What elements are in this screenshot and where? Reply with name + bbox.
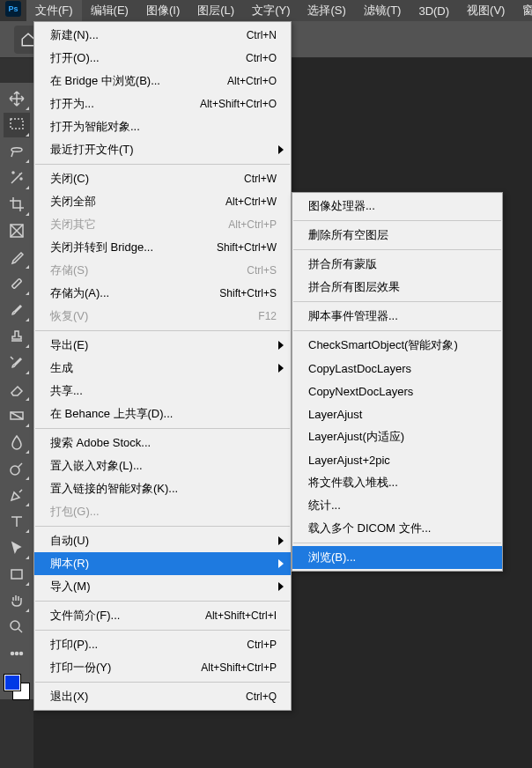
- file_menu-item[interactable]: 脚本(R): [34, 552, 291, 575]
- tool-type[interactable]: [4, 509, 30, 534]
- menu-filter[interactable]: 滤镜(T): [355, 0, 410, 21]
- tool-pen[interactable]: [4, 483, 30, 507]
- tool-hand[interactable]: [4, 588, 30, 613]
- tool-path-select[interactable]: [4, 535, 30, 560]
- scripts_menu-item-label: 脚本事件管理器...: [308, 308, 488, 324]
- scripts_menu-item[interactable]: LayerAjust(内适应): [292, 425, 502, 448]
- file_menu-item-shortcut: Ctrl+W: [244, 173, 277, 185]
- menu-image[interactable]: 图像(I): [137, 0, 188, 21]
- tool-zoom[interactable]: [4, 615, 30, 639]
- file_menu-item[interactable]: 导入(M): [34, 575, 291, 598]
- svg-point-10: [16, 653, 18, 655]
- file_menu-item-label: 打印一份(Y): [50, 660, 201, 676]
- color-swatch[interactable]: [4, 675, 29, 699]
- tool-gradient[interactable]: [4, 403, 30, 428]
- file_menu-item[interactable]: 打开(O)...Ctrl+O: [34, 47, 291, 70]
- scripts_menu-item-label: LayerAjust+2pic: [308, 454, 488, 467]
- file_menu-item[interactable]: 关闭全部Alt+Ctrl+W: [34, 190, 291, 213]
- scripts_menu-item[interactable]: CopyNextDocLayers: [292, 380, 502, 402]
- file_menu-item-shortcut: F12: [258, 310, 277, 322]
- scripts_menu-item[interactable]: 载入多个 DICOM 文件...: [292, 517, 502, 540]
- menu-edit[interactable]: 编辑(E): [82, 0, 137, 21]
- scripts_menu-item[interactable]: CopyLastDocLayers: [292, 357, 502, 380]
- scripts_menu-item[interactable]: 统计...: [292, 494, 502, 517]
- scripts_menu-item-label: 图像处理器...: [308, 198, 488, 214]
- file_menu-item[interactable]: 打开为...Alt+Shift+Ctrl+O: [34, 92, 291, 115]
- tool-brush[interactable]: [4, 298, 30, 322]
- scripts_menu-item[interactable]: 拼合所有蒙版: [292, 253, 502, 276]
- file_menu-item-label: 最近打开文件(T): [50, 142, 277, 158]
- menu-select[interactable]: 选择(S): [299, 0, 354, 21]
- tool-crop[interactable]: [4, 192, 30, 217]
- tool-lasso[interactable]: [4, 139, 30, 164]
- scripts_menu-separator: [293, 330, 501, 331]
- submenu-arrow-icon: [278, 582, 284, 591]
- foreground-color[interactable]: [4, 675, 20, 690]
- file_menu-item[interactable]: 文件简介(F)...Alt+Shift+Ctrl+I: [34, 604, 291, 627]
- file_menu-item[interactable]: 导出(E): [34, 334, 291, 357]
- file_menu-item[interactable]: 打印一份(Y)Alt+Shift+Ctrl+P: [34, 656, 291, 679]
- tool-magic-wand[interactable]: [4, 166, 30, 190]
- tool-history-brush[interactable]: [4, 351, 30, 375]
- file_menu-item[interactable]: 在 Bridge 中浏览(B)...Alt+Ctrl+O: [34, 70, 291, 92]
- file_menu-item[interactable]: 退出(X)Ctrl+Q: [34, 685, 291, 708]
- tool-rectangle[interactable]: [4, 562, 30, 587]
- menu-view[interactable]: 视图(V): [458, 0, 514, 21]
- file_menu-item[interactable]: 关闭并转到 Bridge...Shift+Ctrl+W: [34, 236, 291, 259]
- file_menu-item-shortcut: Shift+Ctrl+W: [217, 241, 277, 254]
- file_menu-item[interactable]: 打印(P)...Ctrl+P: [34, 633, 291, 656]
- tool-frame[interactable]: [4, 218, 30, 243]
- submenu-arrow-icon: [278, 536, 284, 545]
- scripts_menu-item-label: CopyNextDocLayers: [308, 385, 488, 398]
- file_menu-item[interactable]: 打开为智能对象...: [34, 115, 291, 138]
- scripts_menu-item[interactable]: 图像处理器...: [292, 195, 502, 218]
- file_menu-item[interactable]: 新建(N)...Ctrl+N: [34, 24, 291, 47]
- file_menu-item[interactable]: 共享...: [34, 380, 291, 402]
- file_menu-item-label: 置入链接的智能对象(K)...: [50, 481, 277, 497]
- svg-point-2: [20, 178, 22, 180]
- file_menu-item-label: 在 Behance 上共享(D)...: [50, 406, 277, 422]
- tool-eraser[interactable]: [4, 377, 30, 402]
- menu-file[interactable]: 文件(F): [26, 0, 82, 21]
- file_menu-item[interactable]: 关闭(C)Ctrl+W: [34, 167, 291, 190]
- tool-blur[interactable]: [4, 430, 30, 454]
- tool-move[interactable]: [4, 86, 30, 111]
- tool-more[interactable]: [4, 641, 30, 666]
- file_menu-item[interactable]: 生成: [34, 357, 291, 380]
- menubar: 文件(F) 编辑(E) 图像(I) 图层(L) 文字(Y) 选择(S) 滤镜(T…: [26, 0, 532, 21]
- file_menu-separator: [35, 330, 290, 331]
- file_menu-item[interactable]: 存储为(A)...Shift+Ctrl+S: [34, 282, 291, 305]
- tool-marquee[interactable]: [4, 113, 30, 137]
- tool-stamp[interactable]: [4, 324, 30, 349]
- menu-type[interactable]: 文字(Y): [243, 0, 299, 21]
- file_menu-item-label: 关闭并转到 Bridge...: [50, 240, 217, 255]
- scripts_menu-item[interactable]: 脚本事件管理器...: [292, 305, 502, 328]
- scripts_menu-item[interactable]: 删除所有空图层: [292, 224, 502, 247]
- file_menu-item[interactable]: 置入链接的智能对象(K)...: [34, 477, 291, 500]
- scripts_menu-item[interactable]: LayerAjust: [292, 402, 502, 425]
- file_menu-item-shortcut: Ctrl+N: [247, 29, 277, 41]
- tool-dodge[interactable]: [4, 456, 30, 481]
- scripts_menu-item-label: 将文件载入堆栈...: [308, 475, 488, 491]
- scripts_menu-item[interactable]: 将文件载入堆栈...: [292, 471, 502, 494]
- tool-heal[interactable]: [4, 271, 30, 296]
- scripts_menu-item[interactable]: CheckSmartObject(智能对象): [292, 334, 502, 357]
- file_menu-item-label: 退出(X): [50, 689, 246, 705]
- scripts_menu-item[interactable]: 浏览(B)...: [292, 546, 502, 569]
- file_menu-item[interactable]: 搜索 Adobe Stock...: [34, 432, 291, 454]
- svg-point-8: [11, 621, 19, 630]
- menu-layer[interactable]: 图层(L): [188, 0, 243, 21]
- tool-eyedropper[interactable]: [4, 245, 30, 270]
- menu-3d[interactable]: 3D(D): [410, 0, 458, 21]
- svg-point-9: [11, 653, 14, 655]
- submenu-arrow-icon: [278, 145, 284, 154]
- file_menu-item[interactable]: 自动(U): [34, 529, 291, 552]
- file_menu-item[interactable]: 置入嵌入对象(L)...: [34, 454, 291, 477]
- menu-window[interactable]: 窗: [514, 0, 532, 21]
- scripts_menu-item[interactable]: 拼合所有图层效果: [292, 276, 502, 299]
- file_menu-item-label: 打开为...: [50, 96, 200, 112]
- scripts_menu-item[interactable]: LayerAjust+2pic: [292, 448, 502, 471]
- submenu-arrow-icon: [278, 364, 284, 373]
- file_menu-item[interactable]: 在 Behance 上共享(D)...: [34, 402, 291, 425]
- file_menu-item[interactable]: 最近打开文件(T): [34, 138, 291, 161]
